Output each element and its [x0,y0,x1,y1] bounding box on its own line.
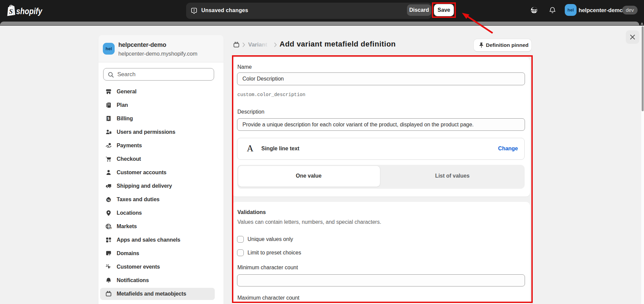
svg-text:$: $ [110,227,111,230]
svg-text:$: $ [108,116,110,120]
svg-text:%: % [107,198,110,202]
svg-text:shopify: shopify [16,6,42,16]
svg-text:S: S [9,8,13,15]
